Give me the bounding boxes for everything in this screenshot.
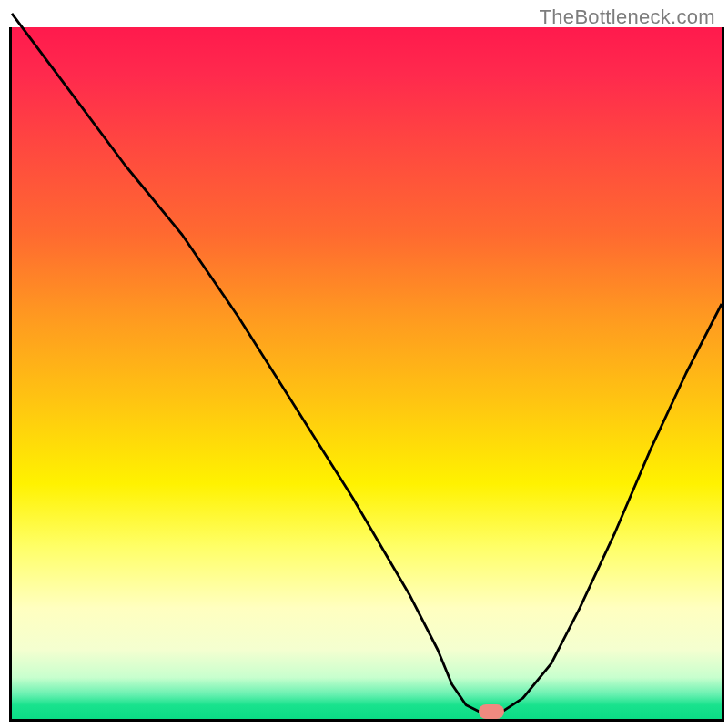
watermark-text: TheBottleneck.com	[540, 5, 715, 29]
bottleneck-curve	[12, 14, 722, 713]
optimum-marker	[479, 704, 504, 719]
chart-frame: TheBottleneck.com	[0, 0, 728, 728]
curve-layer	[12, 27, 722, 719]
plot-area	[9, 27, 724, 722]
